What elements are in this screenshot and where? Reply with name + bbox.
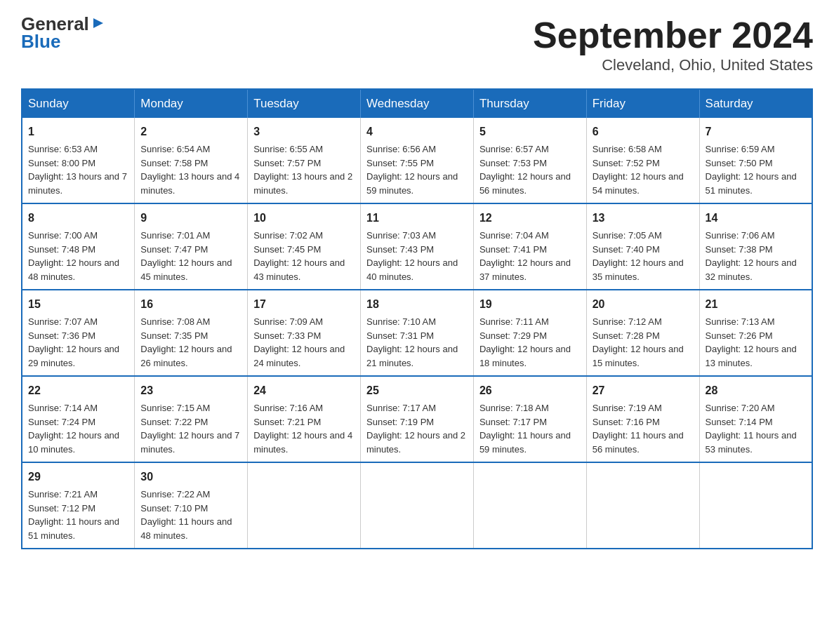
day-number: 11	[366, 210, 468, 227]
day-number: 20	[593, 296, 694, 313]
table-row: 18 Sunrise: 7:10 AMSunset: 7:31 PMDaylig…	[361, 290, 474, 376]
day-info: Sunrise: 6:56 AMSunset: 7:55 PMDaylight:…	[366, 144, 458, 196]
day-number: 27	[593, 382, 694, 399]
day-info: Sunrise: 7:20 AMSunset: 7:14 PMDaylight:…	[706, 403, 797, 455]
day-info: Sunrise: 7:02 AMSunset: 7:45 PMDaylight:…	[253, 230, 345, 282]
day-info: Sunrise: 7:11 AMSunset: 7:29 PMDaylight:…	[479, 316, 571, 368]
day-info: Sunrise: 6:58 AMSunset: 7:52 PMDaylight:…	[593, 144, 684, 196]
calendar-week-3: 15 Sunrise: 7:07 AMSunset: 7:36 PMDaylig…	[22, 290, 812, 376]
table-row: 16 Sunrise: 7:08 AMSunset: 7:35 PMDaylig…	[135, 290, 248, 376]
day-number: 2	[140, 123, 241, 140]
table-row: 29 Sunrise: 7:21 AMSunset: 7:12 PMDaylig…	[22, 462, 135, 549]
day-info: Sunrise: 7:18 AMSunset: 7:17 PMDaylight:…	[479, 403, 571, 455]
table-row: 30 Sunrise: 7:22 AMSunset: 7:10 PMDaylig…	[135, 462, 248, 549]
day-info: Sunrise: 7:03 AMSunset: 7:43 PMDaylight:…	[366, 230, 458, 282]
table-row: 25 Sunrise: 7:17 AMSunset: 7:19 PMDaylig…	[361, 376, 474, 462]
day-number: 8	[28, 210, 128, 227]
title-area: September 2024 Cleveland, Ohio, United S…	[533, 14, 813, 74]
day-number: 30	[140, 469, 241, 485]
day-info: Sunrise: 7:22 AMSunset: 7:10 PMDaylight:…	[140, 489, 232, 541]
table-row	[248, 462, 361, 549]
header-monday: Monday	[135, 89, 248, 118]
day-number: 22	[28, 382, 128, 399]
day-info: Sunrise: 7:19 AMSunset: 7:16 PMDaylight:…	[593, 403, 684, 455]
table-row: 11 Sunrise: 7:03 AMSunset: 7:43 PMDaylig…	[361, 203, 474, 290]
header-saturday: Saturday	[699, 89, 812, 118]
calendar-week-2: 8 Sunrise: 7:00 AMSunset: 7:48 PMDayligh…	[22, 203, 812, 290]
day-info: Sunrise: 7:12 AMSunset: 7:28 PMDaylight:…	[593, 316, 684, 368]
table-row: 14 Sunrise: 7:06 AMSunset: 7:38 PMDaylig…	[699, 203, 812, 290]
day-info: Sunrise: 7:10 AMSunset: 7:31 PMDaylight:…	[366, 316, 458, 368]
day-info: Sunrise: 7:08 AMSunset: 7:35 PMDaylight:…	[140, 316, 232, 368]
table-row: 1 Sunrise: 6:53 AMSunset: 8:00 PMDayligh…	[22, 118, 135, 203]
day-number: 17	[253, 296, 355, 313]
day-number: 14	[706, 210, 806, 227]
calendar-week-1: 1 Sunrise: 6:53 AMSunset: 8:00 PMDayligh…	[22, 118, 812, 203]
calendar-week-5: 29 Sunrise: 7:21 AMSunset: 7:12 PMDaylig…	[22, 462, 812, 549]
day-info: Sunrise: 6:55 AMSunset: 7:57 PMDaylight:…	[253, 144, 352, 196]
day-number: 12	[479, 210, 581, 227]
table-row: 23 Sunrise: 7:15 AMSunset: 7:22 PMDaylig…	[135, 376, 248, 462]
page-header: General Blue September 2024 Cleveland, O…	[21, 14, 813, 74]
day-info: Sunrise: 7:15 AMSunset: 7:22 PMDaylight:…	[140, 403, 239, 455]
table-row: 21 Sunrise: 7:13 AMSunset: 7:26 PMDaylig…	[699, 290, 812, 376]
day-number: 23	[140, 382, 241, 399]
calendar-subtitle: Cleveland, Ohio, United States	[533, 56, 813, 74]
day-number: 28	[706, 382, 806, 399]
table-row	[473, 462, 586, 549]
table-row: 17 Sunrise: 7:09 AMSunset: 7:33 PMDaylig…	[248, 290, 361, 376]
calendar-header-row: Sunday Monday Tuesday Wednesday Thursday…	[22, 89, 812, 118]
day-number: 26	[479, 382, 581, 399]
day-info: Sunrise: 7:05 AMSunset: 7:40 PMDaylight:…	[593, 230, 684, 282]
day-number: 6	[593, 123, 694, 140]
day-number: 29	[28, 469, 128, 485]
day-info: Sunrise: 7:09 AMSunset: 7:33 PMDaylight:…	[253, 316, 345, 368]
day-info: Sunrise: 7:14 AMSunset: 7:24 PMDaylight:…	[28, 403, 119, 455]
day-number: 5	[479, 123, 581, 140]
day-info: Sunrise: 7:04 AMSunset: 7:41 PMDaylight:…	[479, 230, 571, 282]
table-row: 8 Sunrise: 7:00 AMSunset: 7:48 PMDayligh…	[22, 203, 135, 290]
header-thursday: Thursday	[473, 89, 586, 118]
day-info: Sunrise: 7:17 AMSunset: 7:19 PMDaylight:…	[366, 403, 465, 455]
day-info: Sunrise: 7:07 AMSunset: 7:36 PMDaylight:…	[28, 316, 119, 368]
day-info: Sunrise: 7:06 AMSunset: 7:38 PMDaylight:…	[706, 230, 797, 282]
day-info: Sunrise: 6:59 AMSunset: 7:50 PMDaylight:…	[706, 144, 797, 196]
svg-marker-0	[93, 18, 103, 28]
day-info: Sunrise: 7:13 AMSunset: 7:26 PMDaylight:…	[706, 316, 797, 368]
table-row: 19 Sunrise: 7:11 AMSunset: 7:29 PMDaylig…	[473, 290, 586, 376]
logo-blue-text: Blue	[21, 32, 105, 52]
table-row: 22 Sunrise: 7:14 AMSunset: 7:24 PMDaylig…	[22, 376, 135, 462]
day-info: Sunrise: 6:54 AMSunset: 7:58 PMDaylight:…	[140, 144, 239, 196]
day-number: 15	[28, 296, 128, 313]
day-number: 10	[253, 210, 355, 227]
table-row	[361, 462, 474, 549]
day-number: 9	[140, 210, 241, 227]
table-row: 4 Sunrise: 6:56 AMSunset: 7:55 PMDayligh…	[361, 118, 474, 203]
table-row: 3 Sunrise: 6:55 AMSunset: 7:57 PMDayligh…	[248, 118, 361, 203]
calendar-table: Sunday Monday Tuesday Wednesday Thursday…	[21, 88, 813, 549]
logo: General Blue	[21, 14, 105, 51]
day-info: Sunrise: 7:21 AMSunset: 7:12 PMDaylight:…	[28, 489, 119, 541]
day-number: 21	[706, 296, 806, 313]
table-row: 9 Sunrise: 7:01 AMSunset: 7:47 PMDayligh…	[135, 203, 248, 290]
day-info: Sunrise: 7:00 AMSunset: 7:48 PMDaylight:…	[28, 230, 119, 282]
table-row: 24 Sunrise: 7:16 AMSunset: 7:21 PMDaylig…	[248, 376, 361, 462]
header-friday: Friday	[586, 89, 699, 118]
day-number: 16	[140, 296, 241, 313]
day-info: Sunrise: 7:16 AMSunset: 7:21 PMDaylight:…	[253, 403, 352, 455]
table-row	[586, 462, 699, 549]
day-number: 18	[366, 296, 468, 313]
day-info: Sunrise: 7:01 AMSunset: 7:47 PMDaylight:…	[140, 230, 232, 282]
day-info: Sunrise: 6:53 AMSunset: 8:00 PMDaylight:…	[28, 144, 127, 196]
table-row: 20 Sunrise: 7:12 AMSunset: 7:28 PMDaylig…	[586, 290, 699, 376]
table-row: 15 Sunrise: 7:07 AMSunset: 7:36 PMDaylig…	[22, 290, 135, 376]
table-row: 10 Sunrise: 7:02 AMSunset: 7:45 PMDaylig…	[248, 203, 361, 290]
day-number: 24	[253, 382, 355, 399]
day-number: 19	[479, 296, 581, 313]
table-row: 5 Sunrise: 6:57 AMSunset: 7:53 PMDayligh…	[473, 118, 586, 203]
header-tuesday: Tuesday	[248, 89, 361, 118]
day-number: 1	[28, 123, 128, 140]
calendar-week-4: 22 Sunrise: 7:14 AMSunset: 7:24 PMDaylig…	[22, 376, 812, 462]
table-row: 7 Sunrise: 6:59 AMSunset: 7:50 PMDayligh…	[699, 118, 812, 203]
day-number: 25	[366, 382, 468, 399]
